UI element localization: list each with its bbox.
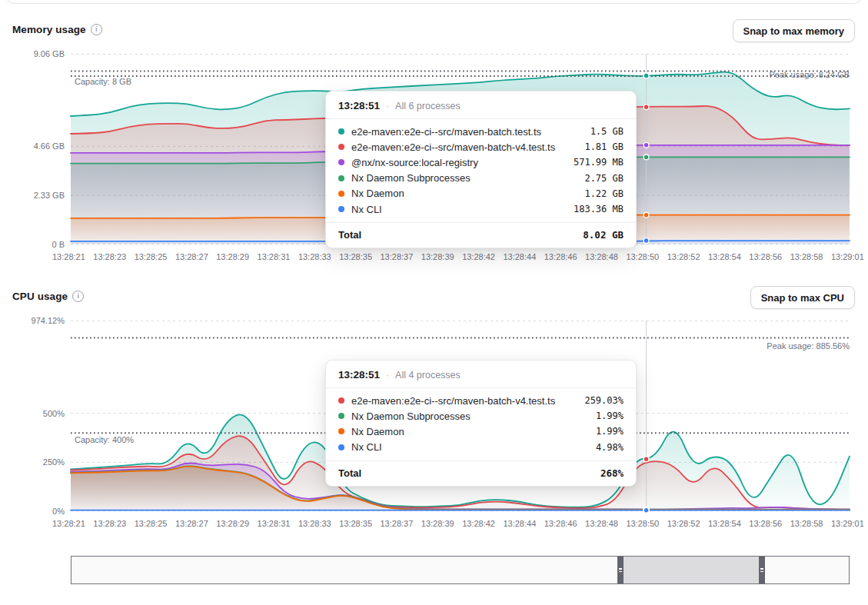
tooltip-process-row: Nx Daemon Subprocesses2.75 GB [326, 171, 636, 186]
x-axis-tick-label: 13:28:54 [708, 519, 741, 528]
process-name: Nx Daemon Subprocesses [351, 172, 577, 184]
process-value: 1.5 GB [590, 126, 624, 137]
x-axis-tick-label: 13:28:42 [462, 519, 495, 528]
y-axis-tick-label: 0 B [52, 240, 65, 249]
process-name: Nx Daemon [351, 188, 577, 199]
series-color-dot [338, 159, 344, 165]
x-axis-tick-label: 13:28:29 [216, 252, 249, 261]
x-axis-tick-label: 13:28:56 [749, 252, 782, 261]
x-axis-tick-label: 13:28:52 [667, 519, 700, 528]
process-name: Nx CLI [351, 441, 589, 453]
y-axis-tick-label: 500% [43, 409, 65, 418]
memory-hover-tooltip: 13:28:51 · All 6 processes e2e-maven:e2e… [325, 91, 637, 248]
tooltip-total-label: Total [338, 229, 361, 241]
x-axis-tick-label: 13:28:27 [175, 252, 208, 261]
hover-dot-maven-batch-v4-test [644, 457, 649, 462]
process-name: @nx/nx-source:local-registry [351, 157, 567, 168]
hover-dot-local-registry [644, 142, 649, 148]
timeline-brush[interactable] [71, 556, 850, 584]
handle-grip-line [760, 568, 763, 570]
x-axis-tick-label: 13:28:46 [544, 519, 577, 528]
y-axis-tick-label: 974.12% [32, 316, 65, 325]
x-axis-tick-label: 13:28:58 [790, 519, 823, 528]
handle-grip-line [619, 571, 622, 573]
memory-capacity-label: Capacity: 8 GB [75, 77, 131, 86]
snap-to-max-cpu-button[interactable]: Snap to max CPU [750, 286, 855, 309]
tooltip-total-value: 268% [600, 467, 624, 479]
tooltip-process-row: e2e-maven:e2e-ci--src/maven-batch-v4.tes… [326, 393, 636, 408]
x-axis-tick-label: 13:28:37 [381, 519, 414, 528]
tooltip-header: 13:28:51 · All 6 processes [326, 91, 636, 118]
series-color-dot [338, 175, 344, 181]
series-color-dot [338, 206, 344, 212]
brush-selected-range[interactable] [617, 557, 766, 583]
memory-info-icon[interactable]: i [91, 24, 102, 35]
process-value: 1.99% [596, 426, 624, 437]
x-axis-tick-label: 13:28:35 [339, 519, 372, 528]
x-axis-tick-label: 13:28:39 [421, 519, 454, 528]
cpu-hover-tooltip: 13:28:51 · All 4 processes e2e-maven:e2e… [325, 360, 637, 487]
series-color-dot [338, 397, 344, 404]
handle-grip-line [760, 571, 763, 573]
x-axis-tick-label: 13:28:54 [708, 252, 741, 261]
tooltip-process-row: e2e-maven:e2e-ci--src/maven-batch-v4.tes… [326, 139, 636, 155]
tooltip-process-row: Nx Daemon Subprocesses1.99% [326, 408, 636, 424]
tooltip-process-row: Nx Daemon1.99% [326, 424, 636, 439]
series-color-dot [338, 444, 344, 450]
tooltip-process-count: All 4 processes [395, 370, 461, 381]
process-name: e2e-maven:e2e-ci--src/maven-batch-v4.tes… [351, 141, 577, 153]
tooltip-rows: e2e-maven:e2e-ci--src/maven-batch.test.t… [326, 119, 636, 222]
cpu-section-header: CPU usage i [12, 291, 84, 302]
x-axis-tick-label: 13:28:31 [258, 252, 291, 261]
tooltip-total-value: 8.02 GB [583, 229, 624, 241]
tooltip-time: 13:28:51 [338, 369, 380, 381]
x-axis-tick-label: 13:28:29 [216, 519, 249, 528]
series-color-dot [338, 413, 344, 419]
snap-to-max-memory-button[interactable]: Snap to max memory [733, 19, 856, 42]
x-axis-tick-label: 13:29:01 [831, 252, 864, 261]
tooltip-time: 13:28:51 [338, 100, 380, 111]
x-axis-tick-label: 13:28:25 [135, 252, 168, 261]
cpu-y-axis: 974.12%500%250%0% [0, 321, 65, 511]
process-name: Nx CLI [351, 204, 567, 215]
x-axis-tick-label: 13:28:27 [175, 519, 208, 528]
cpu-info-icon[interactable]: i [72, 291, 84, 302]
x-axis-tick-label: 13:28:46 [544, 252, 577, 261]
tooltip-separator-dot: · [386, 370, 389, 381]
x-axis-tick-label: 13:28:25 [135, 519, 168, 528]
x-axis-tick-label: 13:28:44 [503, 252, 536, 261]
x-axis-tick-label: 13:28:33 [298, 519, 331, 528]
process-value: 183.36 MB [574, 204, 624, 214]
hover-dot-maven-batch-v4-test [644, 105, 649, 110]
brush-right-handle[interactable] [759, 557, 765, 583]
tooltip-process-row: @nx/nx-source:local-registry571.99 MB [326, 155, 636, 170]
process-name: Nx Daemon Subprocesses [351, 411, 589, 422]
handle-grip-line [619, 568, 622, 570]
x-axis-tick-label: 13:29:01 [831, 519, 864, 528]
process-value: 2.75 GB [584, 173, 624, 184]
hover-dot-cli [644, 507, 649, 513]
process-name: e2e-maven:e2e-ci--src/maven-batch-v4.tes… [351, 395, 577, 407]
hover-dot-daemon [644, 212, 649, 218]
series-color-dot [338, 191, 344, 197]
hover-dot-cli [644, 238, 649, 244]
tooltip-process-count: All 6 processes [395, 101, 461, 111]
x-axis-tick-label: 13:28:48 [585, 519, 618, 528]
memory-y-axis: 9.06 GB4.66 GB2.33 GB0 B [0, 54, 65, 244]
x-axis-tick-label: 13:28:35 [339, 252, 372, 261]
x-axis-tick-label: 13:28:44 [503, 519, 536, 528]
x-axis-tick-label: 13:28:50 [626, 519, 659, 528]
x-axis-tick-label: 13:28:37 [381, 252, 414, 261]
process-value: 1.81 GB [584, 141, 624, 152]
tooltip-process-row: Nx CLI4.98% [326, 440, 636, 455]
x-axis-tick-label: 13:28:52 [667, 252, 700, 261]
x-axis-tick-label: 13:28:21 [52, 519, 85, 528]
brush-left-handle[interactable] [617, 557, 624, 583]
y-axis-tick-label: 2.33 GB [34, 191, 65, 200]
process-value: 1.99% [596, 411, 624, 421]
x-axis-tick-label: 13:28:31 [258, 519, 291, 528]
tooltip-header: 13:28:51 · All 4 processes [326, 361, 636, 387]
series-color-dot [338, 144, 344, 150]
hover-dot-maven-batch-test [644, 73, 649, 78]
x-axis-tick-label: 13:28:23 [93, 519, 126, 528]
